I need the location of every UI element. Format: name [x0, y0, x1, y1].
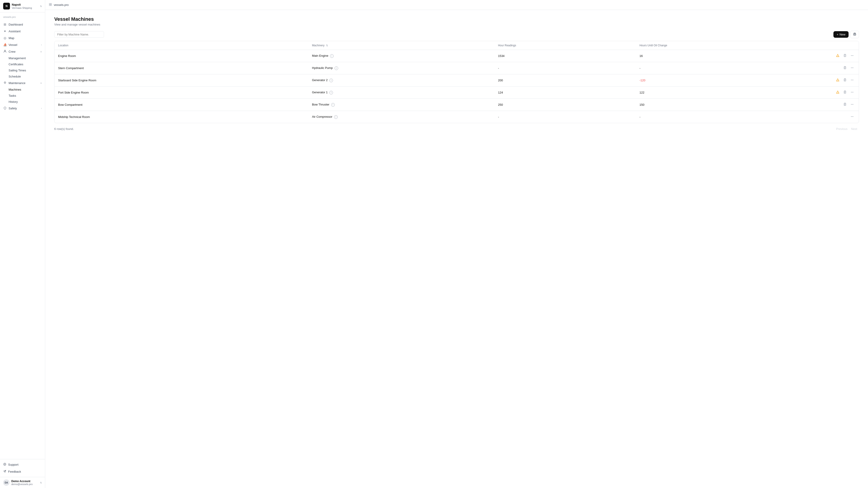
svg-point-37	[851, 92, 852, 93]
col-header-actions	[831, 41, 859, 50]
cell-hours-until-oil: -120	[636, 74, 831, 87]
sub-nav-label: History	[8, 100, 18, 103]
more-button[interactable]	[849, 102, 855, 107]
sidebar-item-label: Map	[8, 36, 14, 40]
page-header: Vessel Machines View and manage vessel m…	[54, 16, 859, 26]
clipboard-button[interactable]	[842, 77, 848, 83]
topbar-layout-icon	[49, 3, 52, 7]
more-button[interactable]	[849, 90, 855, 95]
svg-point-47	[851, 116, 852, 117]
table-header-row: Location Machinery ⇅ Hour Readings Hours…	[55, 41, 859, 50]
filter-input[interactable]	[54, 31, 104, 38]
new-button[interactable]: + New	[833, 31, 848, 38]
machinery-info-icon[interactable]: i	[334, 115, 338, 119]
warning-button[interactable]: !	[835, 77, 841, 83]
vessel-company: Vermaas Shipping	[12, 6, 32, 9]
sidebar-item-label: Dashboard	[8, 23, 23, 26]
svg-point-2	[4, 464, 5, 465]
vessel-info: Napoli Vermaas Shipping	[12, 3, 32, 9]
sidebar-bottom: Support Feedback	[0, 459, 45, 477]
more-button[interactable]	[849, 65, 855, 71]
sidebar-item-schedule[interactable]: Schedule	[0, 73, 45, 79]
clipboard-button[interactable]	[842, 53, 848, 59]
support-label: Support	[8, 463, 19, 466]
vessel-chevron-icon: ⇅	[40, 5, 42, 7]
crew-icon	[3, 50, 7, 54]
sub-nav-label: Schedule	[8, 75, 21, 78]
col-header-machinery[interactable]: Machinery ⇅	[308, 41, 494, 50]
cell-hour-readings: 124	[494, 87, 636, 99]
cell-actions: !	[831, 74, 859, 87]
account-email: demo@vessels.pro	[11, 483, 33, 486]
cell-machinery: Hydraulic Pump i	[308, 62, 494, 74]
chevron-right-icon: ›	[41, 43, 42, 46]
table-row: Port Side Engine Room Generator 1 i 124 …	[55, 87, 859, 99]
cell-machinery: Bow Thruster i	[308, 99, 494, 111]
chevron-down-icon: ∨	[40, 82, 42, 84]
sidebar-item-safety[interactable]: Safety ›	[0, 105, 45, 112]
sidebar-item-map[interactable]: ◎ Map	[0, 35, 45, 41]
previous-button[interactable]: Previous	[834, 126, 849, 131]
cell-actions	[831, 111, 859, 123]
sidebar-item-machines[interactable]: Machines	[0, 87, 45, 93]
feedback-label: Feedback	[8, 470, 21, 473]
sidebar-vessel-header[interactable]: N Napoli Vermaas Shipping ⇅	[0, 0, 45, 12]
table-row: Starboard Side Engine Room Generator 2 i…	[55, 74, 859, 87]
sidebar-item-maintenance[interactable]: Maintenance ∨	[0, 79, 45, 87]
support-icon	[3, 463, 6, 466]
chevron-down-icon: ∨	[40, 51, 42, 53]
machinery-info-icon[interactable]: i	[329, 91, 333, 94]
svg-point-16	[853, 55, 854, 56]
svg-rect-6	[51, 5, 52, 6]
machinery-info-icon[interactable]: i	[335, 66, 338, 70]
svg-rect-3	[49, 3, 50, 4]
svg-point-23	[853, 68, 854, 68]
sidebar-item-history[interactable]: History	[0, 99, 45, 105]
print-button[interactable]	[850, 31, 859, 38]
row-count: 6 row(s) found.	[54, 127, 74, 131]
clipboard-button[interactable]	[842, 90, 848, 95]
machines-table: Location Machinery ⇅ Hour Readings Hours…	[54, 41, 859, 123]
clipboard-button[interactable]	[842, 65, 848, 71]
next-button[interactable]: Next	[849, 126, 859, 131]
sidebar-item-dashboard[interactable]: ⊞ Dashboard	[0, 21, 45, 28]
sidebar-item-vessel[interactable]: ⛵ Vessel ›	[0, 41, 45, 48]
sub-nav-label: Sailing Times	[8, 69, 26, 72]
sidebar-item-tasks[interactable]: Tasks	[0, 93, 45, 99]
more-button[interactable]	[849, 114, 855, 120]
cell-actions	[831, 62, 859, 74]
sidebar-item-certificates[interactable]: Certificates	[0, 61, 45, 67]
maintenance-icon	[3, 81, 7, 85]
sidebar-item-management[interactable]: Management	[0, 55, 45, 61]
warning-button[interactable]: !	[835, 53, 841, 59]
machinery-info-icon[interactable]: i	[330, 54, 334, 58]
col-header-location: Location	[55, 41, 308, 50]
svg-point-29	[851, 80, 852, 80]
page-subtitle: View and manage vessel machines	[54, 23, 859, 26]
sidebar-item-feedback[interactable]: Feedback	[0, 468, 45, 475]
svg-point-48	[852, 116, 852, 117]
sidebar-item-assistant[interactable]: ✦ Assistant	[0, 28, 45, 35]
svg-rect-4	[51, 3, 52, 4]
page-content: Vessel Machines View and manage vessel m…	[45, 10, 868, 488]
cell-hours-until-oil: 150	[636, 99, 831, 111]
cell-actions	[831, 99, 859, 111]
cell-hours-until-oil: -	[636, 111, 831, 123]
more-button[interactable]	[849, 53, 855, 59]
sidebar-item-support[interactable]: Support	[0, 461, 45, 468]
warning-button[interactable]: !	[835, 90, 841, 95]
cell-hours-until-oil: 122	[636, 87, 831, 99]
clipboard-button[interactable]	[842, 102, 848, 107]
sidebar-item-crew[interactable]: Crew ∨	[0, 48, 45, 55]
cell-hour-readings: 1534	[494, 50, 636, 62]
more-button[interactable]	[849, 77, 855, 83]
cell-hour-readings: 200	[494, 74, 636, 87]
chevron-right-icon: ›	[41, 107, 42, 109]
sidebar-item-sailing-times[interactable]: Sailing Times	[0, 67, 45, 73]
svg-point-45	[852, 104, 852, 105]
svg-point-49	[853, 116, 854, 117]
machinery-info-icon[interactable]: i	[329, 78, 333, 82]
machinery-info-icon[interactable]: i	[331, 103, 335, 107]
sidebar-account[interactable]: DA Demo Account demo@vessels.pro ⇅	[0, 477, 45, 488]
svg-point-46	[853, 104, 854, 105]
